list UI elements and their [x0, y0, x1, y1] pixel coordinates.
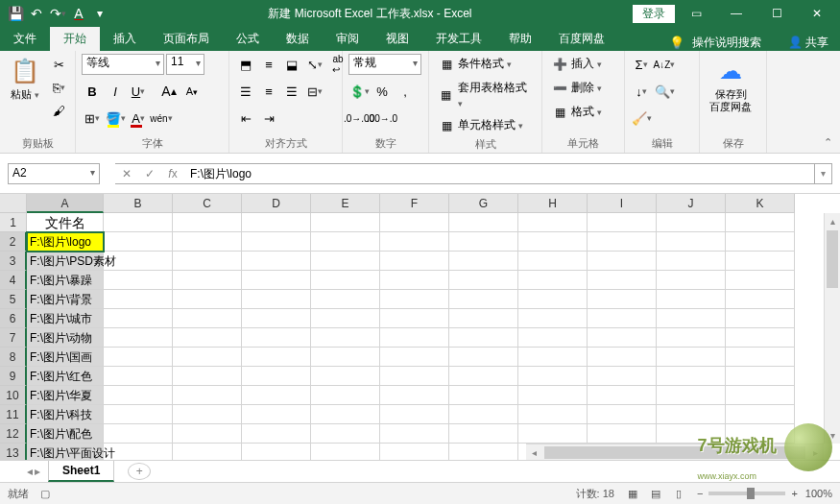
- cell[interactable]: [726, 348, 795, 367]
- align-middle-icon[interactable]: ≡: [258, 54, 279, 75]
- cell[interactable]: [311, 252, 380, 271]
- cell[interactable]: [380, 348, 449, 367]
- cell[interactable]: [449, 405, 518, 424]
- cell[interactable]: [104, 424, 173, 444]
- row-header[interactable]: 3: [0, 252, 27, 271]
- cell[interactable]: [173, 252, 242, 271]
- cut-icon[interactable]: ✂: [48, 54, 69, 75]
- format-cells-button[interactable]: ▦格式: [548, 102, 606, 122]
- select-all-button[interactable]: [0, 194, 27, 213]
- cell[interactable]: [657, 252, 726, 271]
- cell[interactable]: [173, 386, 242, 405]
- cell-styles-button[interactable]: ▦单元格样式: [435, 115, 527, 135]
- cell[interactable]: [518, 271, 588, 290]
- cell[interactable]: [173, 444, 242, 460]
- qat-customize-icon[interactable]: ▾: [92, 6, 108, 21]
- cell[interactable]: F:\图片\城市: [27, 309, 104, 328]
- cell[interactable]: [311, 367, 380, 386]
- cell[interactable]: [380, 309, 449, 328]
- cell[interactable]: [242, 252, 311, 271]
- cell[interactable]: [726, 271, 795, 290]
- name-box[interactable]: A2: [8, 163, 100, 184]
- cell[interactable]: F:\图片\配色: [27, 424, 104, 444]
- scroll-up-icon[interactable]: ▴: [825, 213, 840, 229]
- cell[interactable]: [518, 309, 588, 328]
- row-header[interactable]: 11: [0, 405, 27, 424]
- redo-icon[interactable]: ↷: [50, 6, 65, 21]
- undo-icon[interactable]: ↶: [29, 6, 44, 21]
- cell[interactable]: F:\图片\动物: [27, 328, 104, 348]
- cell[interactable]: [104, 328, 173, 348]
- cell[interactable]: [311, 444, 380, 460]
- scroll-left-icon[interactable]: ◂: [526, 444, 542, 461]
- cell[interactable]: [726, 213, 795, 232]
- cell[interactable]: [518, 232, 588, 252]
- cell[interactable]: [657, 405, 726, 424]
- fill-color-button[interactable]: 🪣: [105, 108, 126, 129]
- tab-formula[interactable]: 公式: [223, 27, 273, 51]
- align-top-icon[interactable]: ⬒: [235, 54, 256, 75]
- maximize-icon[interactable]: ☐: [757, 0, 796, 27]
- column-header[interactable]: C: [173, 194, 242, 213]
- tab-file[interactable]: 文件: [0, 27, 50, 51]
- font-color-button[interactable]: A: [128, 108, 149, 129]
- cell[interactable]: [104, 213, 173, 232]
- formula-input[interactable]: F:\图片\logo: [184, 163, 815, 184]
- cell[interactable]: [726, 386, 795, 405]
- zoom-level[interactable]: 100%: [805, 488, 832, 499]
- cell[interactable]: [173, 328, 242, 348]
- column-header[interactable]: F: [380, 194, 449, 213]
- copy-icon[interactable]: ⎘: [48, 77, 69, 98]
- close-icon[interactable]: ✕: [798, 0, 836, 27]
- cell[interactable]: [449, 386, 518, 405]
- cell[interactable]: [380, 290, 449, 309]
- cell[interactable]: [449, 328, 518, 348]
- cell[interactable]: [449, 348, 518, 367]
- cell[interactable]: [518, 424, 588, 444]
- cell[interactable]: F:\图片\华夏: [27, 386, 104, 405]
- cell[interactable]: [242, 348, 311, 367]
- cell[interactable]: [173, 290, 242, 309]
- align-bottom-icon[interactable]: ⬓: [281, 54, 302, 75]
- cell[interactable]: [588, 348, 657, 367]
- cell[interactable]: [380, 367, 449, 386]
- column-header[interactable]: E: [311, 194, 380, 213]
- cell[interactable]: [173, 367, 242, 386]
- cell[interactable]: [104, 386, 173, 405]
- cell[interactable]: [242, 290, 311, 309]
- tab-view[interactable]: 视图: [372, 27, 422, 51]
- row-header[interactable]: 1: [0, 213, 27, 232]
- cell[interactable]: [104, 309, 173, 328]
- cell[interactable]: [449, 444, 518, 460]
- cell[interactable]: [104, 348, 173, 367]
- shrink-font-button[interactable]: A▾: [181, 81, 203, 102]
- scroll-thumb-v[interactable]: [827, 230, 838, 288]
- scroll-right-icon[interactable]: ▸: [807, 444, 824, 461]
- cell[interactable]: [311, 424, 380, 444]
- cell[interactable]: [449, 232, 518, 252]
- align-center-icon[interactable]: ≡: [258, 81, 279, 102]
- cell[interactable]: [657, 348, 726, 367]
- align-left-icon[interactable]: ☰: [235, 81, 256, 102]
- cell[interactable]: [518, 348, 588, 367]
- cell[interactable]: [104, 367, 173, 386]
- save-baidu-button[interactable]: ☁ 保存到 百度网盘: [706, 54, 756, 115]
- zoom-in-icon[interactable]: +: [791, 488, 797, 499]
- page-layout-view-icon[interactable]: ▤: [645, 485, 666, 502]
- cell[interactable]: [726, 252, 795, 271]
- cell[interactable]: [518, 290, 588, 309]
- cell[interactable]: [588, 386, 657, 405]
- border-button[interactable]: ⊞: [82, 108, 103, 129]
- cell[interactable]: [449, 213, 518, 232]
- increase-indent-icon[interactable]: ⇥: [258, 108, 279, 129]
- cell[interactable]: [242, 405, 311, 424]
- column-header[interactable]: J: [657, 194, 726, 213]
- cell[interactable]: [242, 386, 311, 405]
- cell[interactable]: [657, 386, 726, 405]
- vertical-scrollbar[interactable]: ▴ ▾: [824, 213, 840, 444]
- cell[interactable]: [588, 309, 657, 328]
- clear-icon[interactable]: 🧹: [631, 108, 652, 129]
- find-select-icon[interactable]: 🔍: [654, 81, 675, 102]
- cell[interactable]: [449, 309, 518, 328]
- cell[interactable]: [173, 348, 242, 367]
